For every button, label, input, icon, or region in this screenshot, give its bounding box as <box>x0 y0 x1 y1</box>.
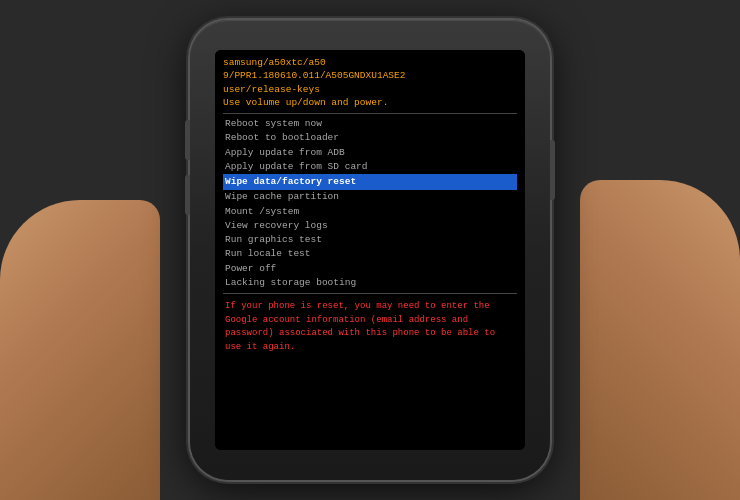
menu-item-power-off[interactable]: Power off <box>223 262 517 276</box>
menu-item-run-locale[interactable]: Run locale test <box>223 247 517 261</box>
phone-screen: samsung/a50xtc/a50 9/PPR1.180610.011/A50… <box>215 50 525 450</box>
scene: samsung/a50xtc/a50 9/PPR1.180610.011/A50… <box>0 0 740 500</box>
warning-text: If your phone is reset, you may need to … <box>225 300 515 354</box>
menu-item-view-logs[interactable]: View recovery logs <box>223 219 517 233</box>
header-line-3: user/release-keys <box>223 83 517 96</box>
menu-item-wipe-cache[interactable]: Wipe cache partition <box>223 190 517 204</box>
menu-item-reboot-bootloader[interactable]: Reboot to bootloader <box>223 131 517 145</box>
divider-top <box>223 113 517 114</box>
menu-item-mount-system[interactable]: Mount /system <box>223 205 517 219</box>
header-line-2: 9/PPR1.180610.011/A505GNDXU1ASE2 <box>223 69 517 82</box>
hand-right <box>580 180 740 500</box>
warning-section: If your phone is reset, you may need to … <box>223 300 517 354</box>
header-line-4: Use volume up/down and power. <box>223 96 517 109</box>
menu-section: Reboot system now Reboot to bootloader A… <box>223 117 517 290</box>
menu-item-reboot-system[interactable]: Reboot system now <box>223 117 517 131</box>
menu-item-run-graphics[interactable]: Run graphics test <box>223 233 517 247</box>
menu-item-apply-sd[interactable]: Apply update from SD card <box>223 160 517 174</box>
phone-outer: samsung/a50xtc/a50 9/PPR1.180610.011/A50… <box>190 20 550 480</box>
header-section: samsung/a50xtc/a50 9/PPR1.180610.011/A50… <box>223 56 517 109</box>
screen-content: samsung/a50xtc/a50 9/PPR1.180610.011/A50… <box>215 50 525 450</box>
hand-left <box>0 200 160 500</box>
menu-item-lacking-storage[interactable]: Lacking storage booting <box>223 276 517 290</box>
divider-bottom <box>223 293 517 294</box>
menu-item-apply-adb[interactable]: Apply update from ADB <box>223 146 517 160</box>
menu-item-wipe-data[interactable]: Wipe data/factory reset <box>223 174 517 190</box>
header-line-1: samsung/a50xtc/a50 <box>223 56 517 69</box>
